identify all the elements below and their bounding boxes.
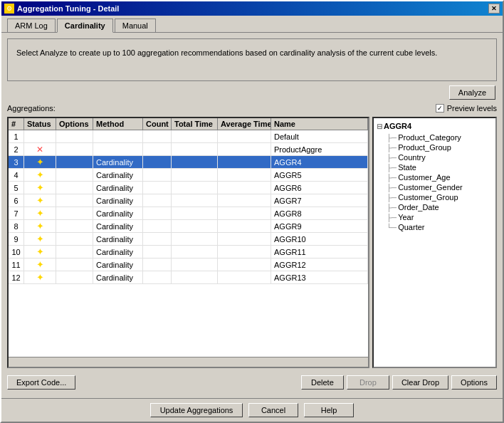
tab-arm-log[interactable]: ARM Log: [7, 19, 56, 32]
cell-total-time: [172, 220, 218, 232]
tree-child-label: Order_Date: [398, 203, 439, 212]
table-row[interactable]: 2 ✕ ProductAggre: [9, 143, 368, 156]
cell-options: [56, 271, 93, 283]
cell-num: 7: [9, 207, 24, 219]
cell-num: 11: [9, 258, 24, 271]
update-aggregations-button[interactable]: Update Aggregations: [150, 403, 243, 417]
cell-method: Cardinality: [93, 194, 143, 207]
delete-button[interactable]: Delete: [301, 375, 344, 390]
cell-count: [143, 194, 172, 207]
tree-connector: ├─: [387, 214, 397, 221]
cell-total-time: [172, 207, 218, 219]
table-row[interactable]: 11 ✦ Cardinality AGGR12: [9, 258, 368, 271]
tab-bar: ARM Log Cardinality Manual: [1, 16, 503, 33]
horizontal-scrollbar[interactable]: [9, 357, 368, 367]
table-row[interactable]: 7 ✦ Cardinality AGGR8: [9, 207, 368, 220]
tree-child-label: Product_Group: [398, 143, 451, 152]
table-row[interactable]: 1 Default: [9, 130, 368, 143]
info-text: Select Analyze to create up to 100 aggre…: [16, 48, 437, 57]
table-row[interactable]: 8 ✦ Cardinality AGGR9: [9, 220, 368, 233]
cell-name: AGGR5: [271, 169, 368, 181]
tab-manual[interactable]: Manual: [115, 19, 156, 32]
col-header-name: Name: [271, 118, 368, 130]
cell-count: [143, 130, 172, 142]
cell-name: AGGR10: [271, 233, 368, 245]
table-row[interactable]: 4 ✦ Cardinality AGGR5: [9, 169, 368, 182]
export-code-button[interactable]: Export Code...: [7, 375, 75, 390]
tree-child-node[interactable]: ├─ Order_Date: [387, 202, 493, 212]
col-header-status: Status: [24, 118, 56, 130]
col-header-avg-time: Average Time: [218, 118, 271, 130]
cell-options: [56, 233, 93, 245]
cell-num: 4: [9, 169, 24, 181]
cell-count: [143, 220, 172, 232]
cell-num: 10: [9, 246, 24, 258]
title-bar-left: ⚙ Aggregation Tuning - Detail: [4, 4, 119, 14]
cell-num: 6: [9, 194, 24, 207]
cell-options: [56, 207, 93, 219]
table-row[interactable]: 6 ✦ Cardinality AGGR7: [9, 194, 368, 207]
cell-name: Default: [271, 130, 368, 142]
close-button[interactable]: ✕: [488, 4, 500, 14]
help-button[interactable]: Help: [304, 403, 354, 417]
aggregations-table: # Status Options Method Count Total Time…: [7, 117, 369, 368]
tree-child-node[interactable]: └─ Quarter: [387, 222, 493, 232]
cell-name: AGGR13: [271, 271, 368, 283]
preview-levels-checkbox[interactable]: ✓: [436, 104, 444, 113]
drop-button[interactable]: Drop: [347, 375, 389, 390]
cell-method: [93, 130, 143, 142]
content-area: Select Analyze to create up to 100 aggre…: [1, 33, 503, 398]
cell-status: ✦: [24, 169, 56, 181]
table-row[interactable]: 3 ✦ Cardinality AGGR4: [9, 156, 368, 169]
title-bar: ⚙ Aggregation Tuning - Detail ✕: [1, 1, 503, 16]
star-icon: ✦: [36, 246, 44, 257]
table-header: # Status Options Method Count Total Time…: [9, 118, 368, 130]
cell-status: ✦: [24, 207, 56, 219]
action-buttons-right: Delete Drop Clear Drop Options: [301, 375, 497, 390]
analyze-button[interactable]: Analyze: [449, 85, 495, 100]
tree-child-node[interactable]: ├─ Customer_Gender: [387, 182, 493, 192]
col-header-num: #: [9, 118, 24, 130]
star-icon: ✦: [36, 272, 44, 283]
tree-root-node[interactable]: ⊟ AGGR4: [377, 121, 493, 131]
clear-drop-button[interactable]: Clear Drop: [392, 375, 448, 390]
tree-child-label: Product_Category: [398, 133, 461, 142]
tree-child-node[interactable]: ├─ Product_Category: [387, 132, 493, 142]
star-icon: ✦: [36, 195, 44, 206]
cell-num: 9: [9, 233, 24, 245]
tree-connector: ├─: [387, 144, 397, 152]
preview-levels-label: Preview levels: [447, 104, 497, 113]
analyze-row: Analyze: [7, 85, 497, 100]
x-icon: ✕: [36, 145, 43, 155]
cell-avg-time: [218, 246, 271, 258]
cell-avg-time: [218, 143, 271, 155]
cell-name: AGGR8: [271, 207, 368, 219]
table-row[interactable]: 12 ✦ Cardinality AGGR13: [9, 271, 368, 284]
options-button[interactable]: Options: [451, 375, 497, 390]
cell-options: [56, 169, 93, 181]
cell-num: 8: [9, 220, 24, 232]
tree-child-node[interactable]: ├─ Country: [387, 152, 493, 162]
tree-child-node[interactable]: ├─ Year: [387, 212, 493, 222]
table-row[interactable]: 5 ✦ Cardinality AGGR6: [9, 182, 368, 194]
cell-method: Cardinality: [93, 271, 143, 283]
tab-cardinality[interactable]: Cardinality: [57, 19, 113, 33]
tree-child-node[interactable]: ├─ State: [387, 162, 493, 172]
tree-child-node[interactable]: ├─ Customer_Group: [387, 192, 493, 202]
tree-child-node[interactable]: ├─ Product_Group: [387, 142, 493, 152]
cell-name: ProductAggre: [271, 143, 368, 155]
tree-child-label: Year: [398, 213, 414, 221]
cell-name: AGGR6: [271, 182, 368, 194]
tree-child-label: State: [398, 163, 416, 172]
cell-total-time: [172, 271, 218, 283]
cell-total-time: [172, 246, 218, 258]
tree-child-node[interactable]: ├─ Customer_Age: [387, 172, 493, 182]
cell-method: Cardinality: [93, 182, 143, 194]
cell-count: [143, 271, 172, 283]
tree-connector: └─: [387, 224, 397, 231]
cell-options: [56, 143, 93, 155]
table-row[interactable]: 9 ✦ Cardinality AGGR10: [9, 233, 368, 246]
cancel-button[interactable]: Cancel: [248, 403, 298, 417]
cell-name: AGGR4: [271, 156, 368, 168]
table-row[interactable]: 10 ✦ Cardinality AGGR11: [9, 246, 368, 258]
